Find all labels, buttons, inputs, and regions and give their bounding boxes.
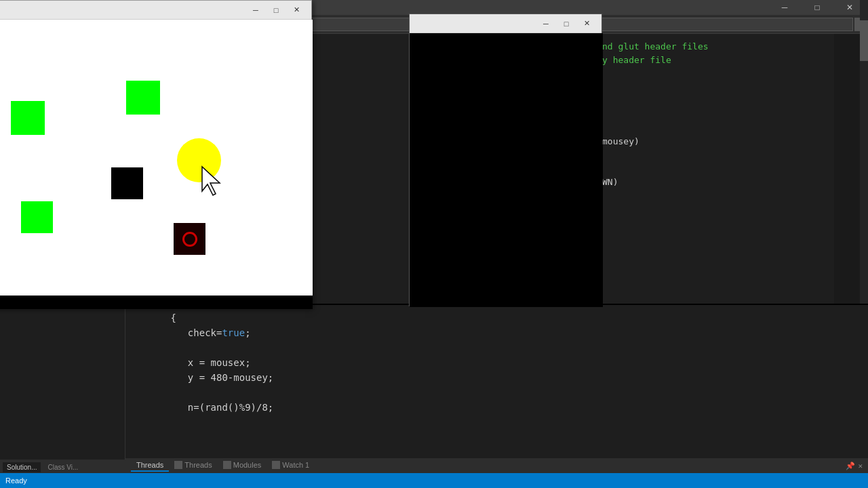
- solution-tab[interactable]: Solution...: [3, 462, 41, 472]
- window-controls: ─ □ ✕: [769, 0, 865, 15]
- bottom-tabs-left: Solution... Class Vi...: [0, 460, 125, 474]
- gl-minimize-btn[interactable]: ─: [536, 17, 555, 30]
- dda-titlebar: D DDA Line Drawing ─ □ ✕: [0, 1, 311, 20]
- green-square-2: [126, 81, 160, 115]
- dda-window-controls: ─ □ ✕: [246, 3, 306, 17]
- code-line-n: n=(rand()%9)/8;: [125, 400, 868, 415]
- gl-titlebar: ─ □ ✕: [410, 14, 601, 33]
- black-square: [111, 167, 143, 199]
- gl-close-btn[interactable]: ✕: [577, 17, 596, 30]
- code-line-empty-6: [602, 148, 863, 161]
- code-line-empty-5: [602, 121, 863, 134]
- code-line-empty-1: [602, 66, 863, 80]
- dda-close-btn[interactable]: ✕: [287, 3, 306, 17]
- code-line-empty-3: [602, 94, 863, 107]
- code-line-1: nd glut header files: [602, 39, 863, 53]
- code-scrollbar[interactable]: [860, 0, 868, 304]
- code-line-2: y header file: [602, 53, 863, 66]
- tab-threads[interactable]: Threads: [169, 460, 217, 472]
- dark-red-square: [174, 223, 205, 255]
- code-line-empty-4: [602, 107, 863, 121]
- minimize-btn[interactable]: ─: [769, 0, 800, 15]
- dark-circle: [182, 232, 197, 247]
- code-line-empty-2: [602, 80, 863, 94]
- dda-minimize-btn[interactable]: ─: [246, 3, 265, 17]
- dda-maximize-btn[interactable]: □: [267, 3, 285, 17]
- code-line-brace: {: [125, 310, 868, 325]
- code-line-y: y = 480-mousey;: [125, 370, 868, 385]
- code-line-blank1: [125, 340, 868, 355]
- upper-code-area: nd glut header files y header file mouse…: [597, 34, 868, 304]
- dda-window: D DDA Line Drawing ─ □ ✕: [0, 0, 312, 308]
- status-bar: Ready: [0, 473, 868, 488]
- close-panel-icon[interactable]: ✕: [858, 462, 863, 470]
- dda-canvas: [0, 20, 313, 309]
- code-line-check: check=true;: [125, 325, 868, 340]
- scrollbar-thumb[interactable]: [860, 20, 868, 61]
- gl-controls: ─ □ ✕: [536, 17, 596, 30]
- code-editor: Solution... Class Vi... { check=true; x …: [0, 304, 868, 488]
- threads-label: Threads: [131, 460, 169, 472]
- green-square-3: [21, 201, 53, 233]
- code-line-blank2: [125, 385, 868, 400]
- dda-bottom-bar: [0, 296, 313, 309]
- code-line-wn: WN): [602, 175, 863, 188]
- status-ready: Ready: [5, 476, 27, 485]
- pin-icon[interactable]: 📌: [846, 462, 855, 470]
- maximize-btn[interactable]: □: [802, 0, 833, 15]
- code-line-empty-7: [602, 161, 863, 175]
- tab-modules[interactable]: Modules: [218, 460, 267, 472]
- code-line-mousey: mousey): [602, 134, 863, 148]
- svg-marker-0: [202, 167, 220, 195]
- line-numbers: Solution... Class Vi...: [0, 305, 125, 488]
- gl-window: ─ □ ✕: [409, 14, 602, 306]
- tab-watch1[interactable]: Watch 1: [267, 460, 315, 472]
- gl-maximize-btn[interactable]: □: [557, 17, 576, 30]
- gl-canvas: [410, 33, 603, 307]
- thread-bar-right: 📌 ✕: [846, 462, 863, 470]
- threads-bar: Threads Threads Modules Watch 1 📌 ✕: [125, 458, 868, 473]
- green-square-1: [11, 101, 45, 135]
- class-view-tab[interactable]: Class Vi...: [43, 462, 82, 472]
- code-line-x: x = mousex;: [125, 355, 868, 370]
